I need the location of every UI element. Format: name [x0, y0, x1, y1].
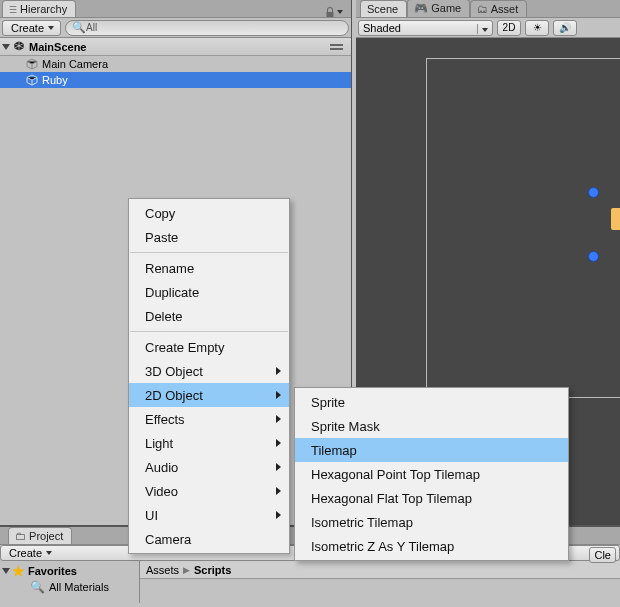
toggle-2d-button[interactable]: 2D — [497, 20, 521, 36]
context-menu: Copy Paste Rename Duplicate Delete Creat… — [128, 198, 290, 554]
ctx-hex-flat-tilemap[interactable]: Hexagonal Flat Top Tilemap — [295, 486, 568, 510]
ctx-rename[interactable]: Rename — [129, 256, 289, 280]
submenu-arrow-icon — [276, 439, 281, 447]
ctx-label: Light — [145, 436, 173, 451]
ctx-label: Video — [145, 484, 178, 499]
ctx-label: Hexagonal Flat Top Tilemap — [311, 491, 472, 506]
folder-icon: 🗀 — [15, 530, 26, 542]
hierarchy-item[interactable]: Main Camera — [0, 56, 351, 72]
chevron-down-icon — [482, 28, 488, 32]
scene-tabs: Scene 🎮 Game 🗂 Asset — [356, 0, 620, 18]
create-button[interactable]: Create — [2, 20, 61, 36]
submenu-arrow-icon — [276, 487, 281, 495]
tab-label: Scene — [367, 3, 398, 15]
breadcrumb: Assets ▶ Scripts — [140, 561, 620, 579]
camera-bounds — [426, 58, 620, 398]
create-label: Create — [9, 547, 42, 559]
ctx-camera[interactable]: Camera — [129, 527, 289, 551]
hierarchy-tab-label: Hierarchy — [20, 3, 67, 15]
hierarchy-icon: ☰ — [9, 5, 17, 15]
ctx-video[interactable]: Video — [129, 479, 289, 503]
hierarchy-item-label: Ruby — [42, 74, 68, 86]
audio-toggle-button[interactable]: 🔊 — [553, 20, 577, 36]
ctx-light[interactable]: Light — [129, 431, 289, 455]
ctx-label: UI — [145, 508, 158, 523]
ctx-label: Hexagonal Point Top Tilemap — [311, 467, 480, 482]
search-input[interactable]: 🔍 All — [65, 20, 349, 36]
sprite-preview[interactable] — [611, 208, 620, 230]
game-icon: 🎮 — [414, 2, 428, 14]
submenu-arrow-icon — [276, 511, 281, 519]
btn-label: 2D — [503, 22, 516, 33]
submenu-arrow-icon — [276, 367, 281, 375]
ctx-sprite-mask[interactable]: Sprite Mask — [295, 414, 568, 438]
scene-toolbar: Shaded | 2D ☀ 🔊 — [356, 18, 620, 38]
project-tree: ★ Favorites 🔍 All Materials — [0, 561, 140, 603]
favorites-item[interactable]: 🔍 All Materials — [0, 579, 139, 595]
ctx-label: Sprite — [311, 395, 345, 410]
ctx-separator — [130, 252, 288, 253]
tab-game[interactable]: 🎮 Game — [407, 0, 470, 17]
hierarchy-item[interactable]: Ruby — [0, 72, 351, 88]
expand-toggle-icon[interactable] — [2, 568, 10, 574]
scene-options-button[interactable] — [330, 44, 347, 50]
ctx-label: Paste — [145, 230, 178, 245]
favorites-row[interactable]: ★ Favorites — [0, 563, 139, 579]
expand-toggle-icon[interactable] — [2, 44, 10, 50]
panel-lock[interactable] — [325, 7, 343, 17]
menu-icon — [330, 44, 343, 50]
create-label: Create — [11, 22, 44, 34]
context-submenu: Sprite Sprite Mask Tilemap Hexagonal Poi… — [294, 387, 569, 561]
ctx-create-empty[interactable]: Create Empty — [129, 335, 289, 359]
ctx-sprite[interactable]: Sprite — [295, 390, 568, 414]
ctx-label: Camera — [145, 532, 191, 547]
tab-scene[interactable]: Scene — [360, 0, 407, 17]
asset-icon: 🗂 — [477, 3, 488, 15]
ctx-paste[interactable]: Paste — [129, 225, 289, 249]
ctx-audio[interactable]: Audio — [129, 455, 289, 479]
speaker-icon: 🔊 — [559, 22, 571, 33]
ctx-copy[interactable]: Copy — [129, 201, 289, 225]
ctx-label: 2D Object — [145, 388, 203, 403]
hierarchy-item-label: Main Camera — [42, 58, 108, 70]
breadcrumb-item[interactable]: Assets — [146, 564, 179, 576]
draw-mode-dropdown[interactable]: Shaded | — [358, 20, 493, 36]
breadcrumb-item[interactable]: Scripts — [194, 564, 231, 576]
ctx-label: Create Empty — [145, 340, 224, 355]
hierarchy-tab[interactable]: ☰ Hierarchy — [2, 0, 76, 17]
ctx-effects[interactable]: Effects — [129, 407, 289, 431]
ctx-label: Effects — [145, 412, 185, 427]
ctx-label: Rename — [145, 261, 194, 276]
tab-label: Game — [431, 2, 461, 14]
ctx-separator — [130, 331, 288, 332]
ctx-duplicate[interactable]: Duplicate — [129, 280, 289, 304]
gizmo-handle[interactable] — [588, 187, 599, 198]
ctx-2d-object[interactable]: 2D Object — [129, 383, 289, 407]
project-tab[interactable]: 🗀 Project — [8, 527, 72, 544]
ctx-ui[interactable]: UI — [129, 503, 289, 527]
ctx-3d-object[interactable]: 3D Object — [129, 359, 289, 383]
lighting-toggle-button[interactable]: ☀ — [525, 20, 549, 36]
favorites-label: Favorites — [28, 565, 77, 577]
ctx-tilemap[interactable]: Tilemap — [295, 438, 568, 462]
unity-logo-icon — [12, 40, 26, 54]
gizmo-handle[interactable] — [588, 251, 599, 262]
ctx-iso-tilemap[interactable]: Isometric Tilemap — [295, 510, 568, 534]
ctx-delete[interactable]: Delete — [129, 304, 289, 328]
clear-label: Cle — [594, 549, 611, 561]
scene-root[interactable]: MainScene — [0, 38, 351, 56]
chevron-down-icon — [48, 26, 54, 30]
ctx-iso-z-tilemap[interactable]: Isometric Z As Y Tilemap — [295, 534, 568, 558]
project-tab-label: Project — [29, 530, 63, 542]
ctx-hex-point-tilemap[interactable]: Hexagonal Point Top Tilemap — [295, 462, 568, 486]
ctx-label: Isometric Tilemap — [311, 515, 413, 530]
ctx-label: Sprite Mask — [311, 419, 380, 434]
gameobject-icon — [26, 58, 38, 70]
clear-button[interactable]: Cle — [589, 547, 616, 563]
tab-asset[interactable]: 🗂 Asset — [470, 0, 527, 17]
sun-icon: ☀ — [533, 22, 542, 33]
breadcrumb-separator-icon: ▶ — [183, 565, 190, 575]
submenu-arrow-icon — [276, 391, 281, 399]
favorites-item-label: All Materials — [49, 581, 109, 593]
dropdown-marker: | — [476, 22, 488, 34]
